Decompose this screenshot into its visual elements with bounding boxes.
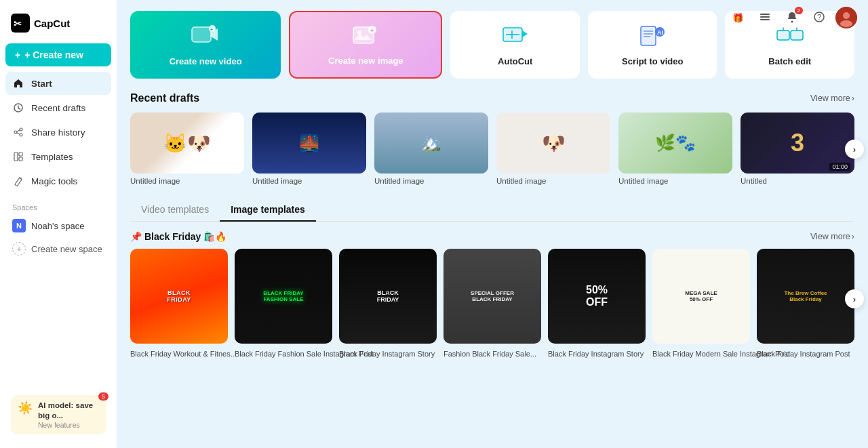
recent-drafts-section: Recent drafts View more › 🐱🐶 Untitled im… (130, 92, 854, 185)
create-video-label: Create new video (170, 56, 242, 66)
template-thumb-6: The Brew CoffeeBlack Friday (757, 249, 854, 344)
sidebar-templates-label: Templates (31, 152, 73, 162)
sidebar-recent-drafts-label: Recent drafts (31, 103, 85, 113)
logo[interactable]: ✂ CapCut (5, 8, 111, 43)
ai-model-title: AI model: save big o... (38, 401, 99, 421)
template-label-3: Fashion Black Friday Sale... (443, 350, 536, 358)
image-icon: + (352, 24, 379, 49)
section-emoji: 🛍️🔥 (203, 231, 226, 242)
templates-view-more[interactable]: View more › (810, 232, 854, 241)
sidebar-share-history-label: Share history (31, 127, 85, 138)
share-icon (12, 126, 24, 138)
create-space-item[interactable]: + Create new space (5, 237, 111, 260)
user-avatar[interactable] (835, 7, 857, 28)
autocut-card[interactable]: AutoCut (450, 11, 580, 79)
noahs-space-item[interactable]: N Noah's space (5, 214, 111, 237)
script-icon: AI (639, 25, 665, 48)
template-item-3[interactable]: SPECIAL OFFERBLACK FRIDAY Fashion Black … (443, 249, 541, 359)
draft-item-0[interactable]: 🐱🐶 Untitled image (130, 113, 244, 185)
svg-rect-0 (760, 14, 770, 15)
script-to-video-card[interactable]: AI Script to video (588, 11, 717, 79)
plus-icon: + (15, 49, 20, 60)
templates-section: Video templates Image templates 📌 Black … (130, 199, 854, 359)
clock-icon (12, 102, 24, 114)
create-video-card[interactable]: + Create new video (130, 11, 281, 79)
create-image-label: Create new image (328, 56, 403, 66)
sidebar-item-share-history[interactable]: Share history (5, 121, 111, 144)
list-button[interactable] (754, 7, 776, 28)
draft-thumb-3: 🐶 (496, 113, 610, 174)
draft-item-5[interactable]: 3 01:00 Untitled (741, 113, 854, 185)
help-icon: ? (813, 11, 825, 25)
sidebar-item-start[interactable]: Start (5, 72, 111, 95)
template-label-6: Black Friday Instagram Post (757, 350, 850, 358)
ai-model-card[interactable]: ☀️ AI model: save big o... New features … (11, 395, 106, 434)
template-thumb-1: BLACK FRIDAYFASHION SALE (235, 249, 332, 344)
draft-thumb-4: 🌿🐾 (618, 113, 732, 174)
template-item-1[interactable]: BLACK FRIDAYFASHION SALE Black Friday Fa… (235, 249, 332, 359)
autocut-icon-area (500, 23, 530, 49)
sidebar-item-templates[interactable]: Templates (5, 145, 111, 168)
ai-badge: 5 (98, 392, 108, 401)
svg-text:+: + (210, 27, 213, 32)
create-image-card[interactable]: + Create new image (289, 11, 442, 79)
tab-video-templates[interactable]: Video templates (130, 199, 220, 222)
batch-edit-label: Batch edit (768, 56, 811, 66)
drafts-next-button[interactable]: › (845, 140, 864, 159)
template-item-0[interactable]: BLACKFRIDAY Black Friday Workout & Fitne… (130, 249, 228, 359)
svg-line-15 (17, 130, 20, 131)
draft-item-3[interactable]: 🐶 Untitled image (496, 113, 610, 185)
template-label-0: Black Friday Workout & Fitnes... (130, 350, 237, 358)
draft-item-2[interactable]: 🏔️ Untitled image (374, 113, 488, 185)
create-new-button[interactable]: + + Create new (5, 43, 111, 66)
svg-rect-19 (19, 157, 22, 161)
spaces-divider: Spaces (5, 197, 111, 214)
sidebar-item-magic-tools[interactable]: Magic tools (5, 169, 111, 192)
svg-text:✂: ✂ (14, 18, 22, 29)
tab-image-templates[interactable]: Image templates (220, 199, 316, 222)
template-label-2: Black Friday Instagram Story (339, 350, 435, 358)
draft-duration: 01:00 (829, 163, 850, 171)
svg-point-12 (20, 128, 22, 131)
home-icon (12, 77, 24, 89)
gift-button[interactable]: 🎁 (727, 7, 749, 28)
draft-label-0: Untitled image (130, 177, 244, 185)
template-item-2[interactable]: BLACKFRIDAY Black Friday Instagram Story (339, 249, 437, 359)
svg-rect-29 (641, 26, 656, 45)
recent-drafts-view-more[interactable]: View more › (810, 94, 854, 103)
space-name: Noah's space (31, 221, 84, 231)
templates-next-button[interactable]: › (845, 289, 864, 308)
create-new-label: + Create new (24, 49, 83, 60)
draft-thumb-2: 🏔️ (374, 113, 488, 174)
sidebar-start-label: Start (31, 79, 52, 89)
notifications-button[interactable]: 2 (781, 7, 803, 28)
script-label: Script to video (622, 56, 683, 66)
template-thumb-4: 50%OFF (548, 249, 646, 344)
help-button[interactable]: ? (808, 7, 830, 28)
template-item-6[interactable]: The Brew CoffeeBlack Friday Black Friday… (757, 249, 854, 359)
svg-point-3 (791, 20, 793, 22)
draft-thumb-5: 3 01:00 (741, 113, 854, 174)
svg-point-8 (840, 20, 852, 27)
template-item-4[interactable]: 50%OFF Black Friday Instagram Story (548, 249, 646, 359)
list-icon (759, 11, 771, 25)
logo-text: CapCut (34, 18, 70, 29)
sidebar-item-recent-drafts[interactable]: Recent drafts (5, 96, 111, 119)
spaces-section: Spaces N Noah's space + Create new space (5, 197, 111, 260)
sidebar: ✂ CapCut + + Create new Start Recent dra… (0, 0, 117, 448)
video-icon: + (191, 24, 220, 49)
template-item-5[interactable]: MEGA SALE50% OFF Black Friday Modern Sal… (652, 249, 750, 359)
capcut-logo-icon: ✂ (11, 14, 30, 33)
gift-icon: 🎁 (732, 13, 744, 23)
svg-point-7 (843, 12, 850, 19)
draft-item-4[interactable]: 🌿🐾 Untitled image (618, 113, 732, 185)
svg-rect-2 (760, 19, 770, 20)
sidebar-magic-tools-label: Magic tools (31, 176, 77, 186)
template-section-header: 📌 Black Friday 🛍️🔥 View more › (130, 231, 854, 242)
space-avatar: N (12, 219, 26, 232)
svg-rect-18 (19, 152, 22, 156)
sun-icon: ☀️ (18, 401, 33, 415)
template-thumb-5: MEGA SALE50% OFF (652, 249, 750, 344)
svg-rect-21 (192, 27, 211, 42)
draft-item-1[interactable]: 🌉 Untitled image (252, 113, 366, 185)
